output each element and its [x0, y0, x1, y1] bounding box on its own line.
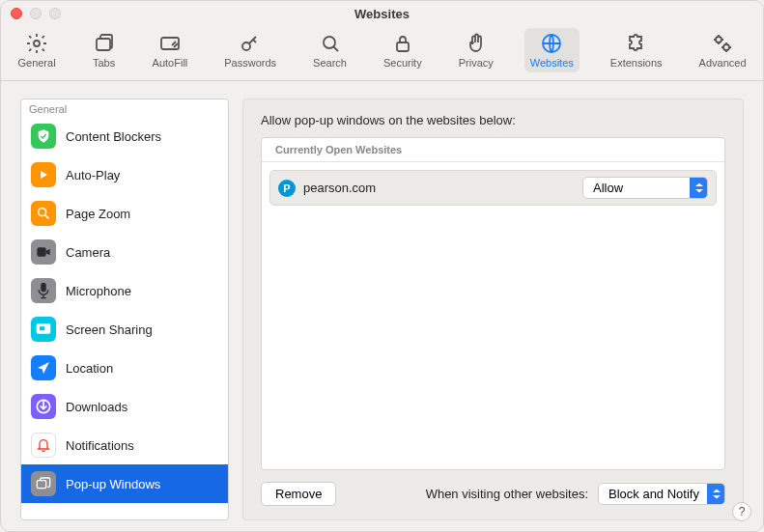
svg-rect-10	[37, 247, 45, 256]
mic-icon	[31, 278, 56, 303]
zoom-icon	[31, 201, 56, 226]
sidebar-item-label: Notifications	[66, 438, 134, 453]
sidebar-item-label: Camera	[66, 245, 110, 260]
panel-heading: Allow pop-up windows on the websites bel…	[261, 113, 725, 127]
toolbar-tab-label: Tabs	[93, 57, 115, 69]
sidebar-item-label: Page Zoom	[66, 207, 130, 221]
svg-point-8	[723, 44, 729, 50]
svg-point-9	[39, 209, 46, 216]
key-icon	[239, 32, 262, 55]
help-button[interactable]: ?	[732, 502, 751, 521]
sidebar-item-screen-sharing[interactable]: Screen Sharing	[21, 310, 228, 349]
tabs-icon	[93, 32, 116, 55]
default-setting-label: When visiting other websites:	[426, 487, 588, 501]
settings-sidebar: General Content BlockersAuto-PlayPage Zo…	[20, 98, 229, 520]
preferences-toolbar: GeneralTabsAutoFillPasswordsSearchSecuri…	[1, 26, 763, 81]
lock-icon	[391, 32, 414, 55]
svg-point-3	[242, 42, 250, 50]
sidebar-item-camera[interactable]: Camera	[21, 233, 228, 271]
svg-rect-1	[97, 39, 110, 50]
website-table: Currently Open Websites Ppearson.comAllo…	[261, 137, 725, 470]
sidebar-item-pop-up-windows[interactable]: Pop-up Windows	[21, 464, 228, 503]
sidebar-item-label: Pop-up Windows	[66, 477, 160, 491]
screenshare-icon	[31, 317, 56, 342]
panel-footer: Remove When visiting other websites: Blo…	[261, 482, 725, 506]
svg-point-0	[34, 41, 40, 46]
gear-icon	[25, 32, 48, 55]
windows-icon	[31, 471, 56, 496]
camera-icon	[31, 239, 56, 265]
hand-icon	[465, 32, 488, 55]
sidebar-item-location[interactable]: Location	[21, 349, 228, 387]
window-title: Websites	[1, 7, 763, 21]
toolbar-tab-privacy[interactable]: Privacy	[453, 28, 499, 72]
sidebar-item-page-zoom[interactable]: Page Zoom	[21, 194, 228, 233]
toolbar-tab-label: AutoFill	[153, 57, 188, 69]
toolbar-tab-autofill[interactable]: AutoFill	[147, 28, 194, 72]
svg-rect-2	[161, 38, 179, 49]
toolbar-tab-extensions[interactable]: Extensions	[605, 28, 668, 72]
svg-rect-13	[39, 326, 45, 331]
toolbar-tab-websites[interactable]: Websites	[524, 28, 580, 72]
toolbar-tab-label: Search	[313, 57, 347, 69]
toolbar-tab-passwords[interactable]: Passwords	[218, 28, 282, 72]
arrow-icon	[31, 355, 56, 380]
toolbar-tab-label: Websites	[530, 57, 574, 69]
site-domain: pearson.com	[303, 181, 376, 195]
toolbar-tab-label: General	[17, 57, 55, 69]
sidebar-item-downloads[interactable]: Downloads	[21, 387, 228, 426]
toolbar-tab-label: Passwords	[224, 57, 276, 69]
toolbar-tab-label: Advanced	[699, 57, 747, 69]
sidebar-section-header: General	[21, 99, 228, 117]
toolbar-tab-label: Security	[383, 57, 422, 69]
svg-point-7	[716, 37, 722, 42]
svg-rect-15	[37, 481, 45, 489]
autofill-icon	[158, 32, 182, 55]
sidebar-item-microphone[interactable]: Microphone	[21, 271, 228, 310]
sidebar-item-label: Location	[66, 361, 113, 376]
toolbar-tab-label: Extensions	[610, 57, 663, 69]
title-bar: Websites	[1, 1, 763, 26]
puzzle-icon	[625, 32, 648, 55]
shield-check-icon	[31, 124, 56, 149]
svg-rect-11	[41, 283, 46, 293]
svg-rect-5	[397, 42, 409, 51]
toolbar-tab-security[interactable]: Security	[378, 28, 428, 72]
sidebar-item-label: Downloads	[66, 400, 127, 414]
download-icon	[31, 394, 56, 419]
remove-button[interactable]: Remove	[261, 482, 336, 506]
default-setting-select[interactable]: Block and Notify	[598, 483, 725, 505]
sidebar-item-notifications[interactable]: Notifications	[21, 426, 228, 464]
svg-point-4	[324, 37, 335, 48]
sidebar-item-label: Microphone	[66, 284, 131, 298]
table-section-header: Currently Open Websites	[262, 138, 724, 162]
sidebar-item-label: Content Blockers	[66, 129, 161, 144]
sidebar-item-label: Auto-Play	[66, 168, 120, 182]
globe-icon	[540, 32, 563, 55]
toolbar-tab-label: Privacy	[459, 57, 494, 69]
search-icon	[319, 32, 342, 55]
sidebar-item-label: Screen Sharing	[66, 322, 153, 337]
site-setting-select[interactable]: Allow	[582, 177, 708, 199]
sidebar-item-auto-play[interactable]: Auto-Play	[21, 155, 228, 194]
sidebar-item-content-blockers[interactable]: Content Blockers	[21, 117, 228, 155]
gears-icon	[711, 32, 734, 55]
website-row[interactable]: Ppearson.comAllow	[269, 170, 717, 206]
toolbar-tab-tabs[interactable]: Tabs	[87, 28, 122, 72]
toolbar-tab-search[interactable]: Search	[307, 28, 353, 72]
main-panel: Allow pop-up windows on the websites bel…	[242, 98, 744, 520]
bell-icon	[31, 433, 56, 458]
toolbar-tab-general[interactable]: General	[12, 28, 61, 72]
toolbar-tab-advanced[interactable]: Advanced	[693, 28, 752, 72]
site-favicon: P	[278, 180, 296, 197]
play-icon	[31, 162, 56, 187]
